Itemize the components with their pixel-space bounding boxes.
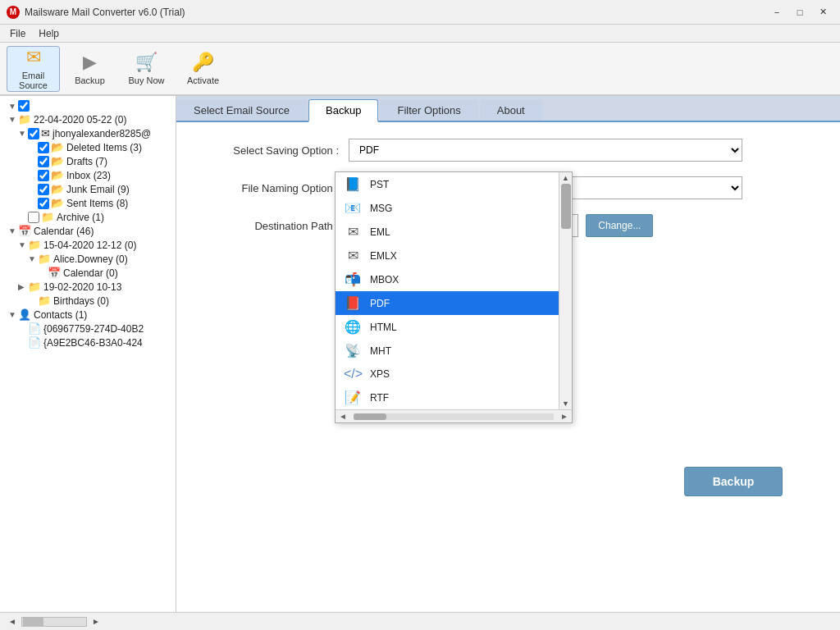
hscroll-right-arrow[interactable]: ► — [557, 412, 572, 421]
activate-label: Activate — [187, 75, 219, 85]
dropdown-vscrollbar[interactable]: ▲ ▼ — [559, 172, 572, 409]
dropdown-item-rtf[interactable]: 📝 RTF — [336, 386, 559, 409]
pst-label: PST — [370, 179, 389, 190]
tree-item-sent[interactable]: 📂 Sent Items (8) — [0, 196, 176, 210]
folder-icon-birthdays: 📁 — [38, 294, 51, 307]
tree-item-junk[interactable]: 📂 Junk Email (9) — [0, 182, 176, 196]
dropdown-item-emlx[interactable]: ✉ EMLX — [336, 244, 559, 267]
xps-icon: </> — [344, 367, 362, 381]
tree-item-inbox[interactable]: 📂 Inbox (23) — [0, 168, 176, 182]
checkbox-root[interactable] — [18, 100, 30, 112]
scroll-down-arrow[interactable]: ▼ — [562, 399, 569, 408]
backup-button[interactable]: ▶ Backup — [63, 46, 116, 92]
dropdown-item-eml[interactable]: ✉ EML — [336, 220, 559, 244]
mbox-label: MBOX — [370, 274, 399, 285]
file-naming-label: File Naming Option : — [201, 182, 349, 194]
tree-item-contacts[interactable]: ▼ 👤 Contacts (1) — [0, 308, 176, 322]
tree-item-date2[interactable]: ▼ 📁 15-04-2020 12-12 (0) — [0, 238, 176, 252]
tree-item-contact2[interactable]: 📄 {A9E2BC46-B3A0-424 — [0, 336, 176, 349]
tree-label-archive: Archive (1) — [57, 212, 104, 223]
tab-about[interactable]: About — [480, 99, 542, 121]
tree-item-drafts[interactable]: 📂 Drafts (7) — [0, 154, 176, 168]
tree-item-account[interactable]: ▼ ✉ jhonyalexander8285@ — [0, 126, 176, 140]
tree-label-drafts: Drafts (7) — [66, 156, 107, 167]
folder-icon-deleted: 📂 — [51, 141, 64, 153]
checkbox-archive[interactable] — [28, 212, 39, 223]
select-saving-label: Select Saving Option : — [201, 144, 349, 157]
tab-filter-options[interactable]: Filter Options — [380, 99, 477, 121]
close-button[interactable]: ✕ — [812, 3, 833, 21]
mht-icon: 📡 — [344, 343, 362, 358]
expander-drafts — [28, 157, 38, 166]
hscroll-left-arrow[interactable]: ◄ — [336, 412, 350, 421]
select-saving-row: Select Saving Option : PDF — [201, 139, 815, 162]
title-bar: M Mailsware Mail Converter v6.0 (Trial) … — [0, 0, 840, 25]
menu-file[interactable]: File — [3, 26, 32, 41]
tree-item-deleted[interactable]: 📂 Deleted Items (3) — [0, 140, 176, 154]
dropdown-item-pdf[interactable]: 📕 PDF — [336, 291, 559, 315]
checkbox-account[interactable] — [28, 128, 39, 139]
checkbox-deleted[interactable] — [38, 142, 49, 153]
maximize-button[interactable]: □ — [789, 3, 810, 21]
backup-icon: ▶ — [83, 52, 97, 73]
backup-action-button[interactable]: Backup — [684, 467, 783, 496]
status-scroll-right[interactable]: ► — [90, 617, 102, 626]
right-panel: Select Email Source Backup Filter Option… — [176, 96, 840, 612]
dropdown-item-mht[interactable]: 📡 MHT — [336, 339, 559, 363]
backup-btn-row: Backup — [201, 467, 815, 496]
tree-label-alice: Alice.Downey (0) — [53, 253, 128, 265]
expander-contact2 — [18, 338, 28, 347]
tab-bar: Select Email Source Backup Filter Option… — [176, 96, 840, 122]
dropdown-item-html[interactable]: 🌐 HTML — [336, 315, 559, 339]
checkbox-drafts[interactable] — [38, 156, 49, 167]
status-bar: ◄ ► — [0, 612, 840, 630]
folder-icon-inbox: 📂 — [51, 169, 64, 181]
dropdown-item-msg[interactable]: 📧 MSG — [336, 196, 559, 220]
tree-item-birthdays[interactable]: 📁 Birthdays (0) — [0, 294, 176, 308]
tree-item-contact1[interactable]: 📄 {06967759-274D-40B2 — [0, 322, 176, 336]
email-source-button[interactable]: ✉ Email Source — [7, 46, 60, 92]
expander-birthdays — [28, 296, 38, 305]
dropdown-item-xps[interactable]: </> XPS — [336, 363, 559, 386]
contact-icon-contacts: 👤 — [18, 308, 31, 321]
tree-item-root[interactable]: ▼ — [0, 99, 176, 112]
activate-button[interactable]: 🔑 Activate — [176, 46, 230, 92]
tree-item-calendar46[interactable]: ▼ 📅 Calendar (46) — [0, 224, 176, 238]
html-label: HTML — [370, 322, 397, 333]
tree-item-date3[interactable]: ▶ 📁 19-02-2020 10-13 — [0, 280, 176, 294]
dropdown-item-pst[interactable]: 📘 PST — [336, 172, 559, 196]
tree-item-date1[interactable]: ▼ 📁 22-04-2020 05-22 (0) — [0, 112, 176, 126]
tree-item-alice[interactable]: ▼ 📁 Alice.Downey (0) — [0, 252, 176, 266]
tab-select-email-source[interactable]: Select Email Source — [176, 99, 307, 121]
change-button[interactable]: Change... — [586, 214, 653, 237]
tab-backup[interactable]: Backup — [308, 99, 378, 122]
folder-icon-drafts: 📂 — [51, 155, 64, 167]
folder-icon-sent: 📂 — [51, 197, 64, 209]
checkbox-sent[interactable] — [38, 198, 49, 209]
dropdown-hscrollbar: ◄ ► — [336, 409, 572, 422]
mail-icon-account: ✉ — [41, 127, 50, 139]
checkbox-inbox[interactable] — [38, 170, 49, 181]
select-saving-dropdown[interactable]: PDF — [349, 139, 742, 162]
tree-label-date2: 15-04-2020 12-12 (0) — [43, 240, 136, 251]
tree-item-cal0[interactable]: 📅 Calendar (0) — [0, 266, 176, 280]
minimize-button[interactable]: − — [766, 3, 788, 21]
status-hscroll[interactable] — [21, 617, 87, 627]
buy-now-button[interactable]: 🛒 Buy Now — [120, 46, 173, 92]
menu-help[interactable]: Help — [32, 26, 66, 41]
status-scroll-left[interactable]: ◄ — [7, 617, 18, 626]
scroll-up-arrow[interactable]: ▲ — [562, 174, 569, 182]
expander-alice: ▼ — [28, 254, 38, 263]
pdf-label: PDF — [370, 298, 390, 309]
hscroll-track — [354, 413, 554, 420]
expander-date3: ▶ — [18, 282, 28, 291]
dropdown-item-mbox[interactable]: 📬 MBOX — [336, 267, 559, 291]
folder-icon-date3: 📁 — [28, 281, 41, 293]
buy-now-label: Buy Now — [128, 75, 164, 85]
expander-date2: ▼ — [18, 240, 28, 249]
checkbox-junk[interactable] — [38, 184, 49, 195]
app-icon: M — [7, 6, 20, 19]
file-icon-contact2: 📄 — [28, 336, 41, 349]
tree-item-archive[interactable]: 📁 Archive (1) — [0, 210, 176, 224]
email-source-icon: ✉ — [26, 47, 41, 68]
